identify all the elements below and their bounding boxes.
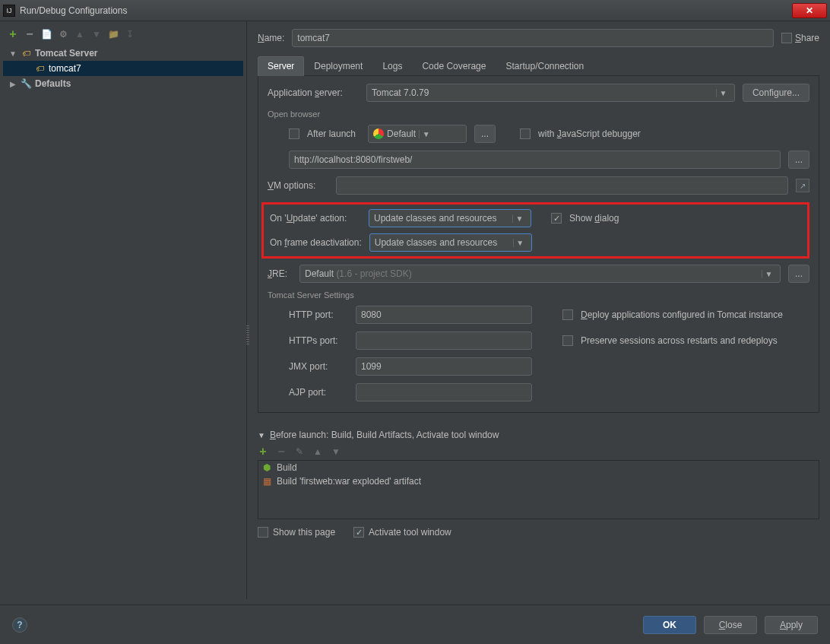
chevron-down-icon: ▼ [716, 89, 730, 97]
chevron-down-icon: ▼ [419, 130, 432, 138]
dropdown-value: Default (1.6 - project SDK) [305, 268, 759, 279]
window-title: Run/Debug Configurations [20, 5, 792, 16]
open-browser-group-label: Open browser [268, 109, 809, 119]
tab-bar: Server Deployment Logs Code Coverage Sta… [258, 56, 819, 76]
remove-config-icon[interactable]: − [24, 29, 35, 40]
tab-logs[interactable]: Logs [372, 56, 412, 76]
settings-icon[interactable]: ⚙ [58, 29, 68, 40]
tree-item-tomcat7[interactable]: 🏷 tomcat7 [3, 61, 243, 76]
config-tree-panel: + − 📄 ⚙ ▲ ▼ 📁 ↧ ▼ 🏷 Tomcat Server 🏷 tomc… [0, 21, 247, 599]
name-input[interactable] [292, 29, 774, 47]
move-task-down-icon[interactable]: ▼ [331, 446, 341, 457]
vm-options-label: VM options: [268, 180, 328, 191]
configure-button[interactable]: Configure... [743, 84, 809, 102]
https-port-input[interactable] [356, 332, 532, 350]
tab-server[interactable]: Server [258, 56, 304, 76]
http-port-label: HTTP port: [289, 309, 348, 320]
collapse-arrow-icon[interactable]: ▼ [258, 431, 265, 439]
help-button[interactable]: ? [12, 617, 27, 633]
panel-grip[interactable] [246, 325, 249, 345]
cancel-button[interactable]: Close [704, 616, 757, 634]
highlighted-region: On 'Update' action: Update classes and r… [261, 202, 809, 259]
tab-code-coverage[interactable]: Code Coverage [412, 56, 496, 76]
activate-tool-window-checkbox[interactable] [353, 527, 364, 538]
dropdown-value: Update classes and resources [375, 237, 510, 248]
expand-arrow-icon[interactable]: ▶ [9, 80, 17, 88]
app-icon: IJ [3, 5, 15, 17]
remove-task-icon[interactable]: − [276, 446, 287, 457]
name-label: Name: [258, 33, 284, 43]
browser-more-button[interactable]: ... [474, 125, 496, 143]
show-dialog-checkbox[interactable] [551, 213, 562, 224]
on-update-dropdown[interactable]: Update classes and resources ▼ [369, 209, 531, 227]
show-this-page-checkbox[interactable] [258, 527, 268, 538]
tomcat-settings-label: Tomcat Server Settings [268, 290, 809, 300]
server-tab-panel: Application server: Tomcat 7.0.79 ▼ Conf… [258, 76, 819, 413]
url-input[interactable] [289, 151, 781, 169]
preserve-sessions-checkbox[interactable] [562, 335, 573, 346]
jmx-port-input[interactable] [356, 357, 532, 376]
tree-toolbar: + − 📄 ⚙ ▲ ▼ 📁 ↧ [3, 26, 243, 46]
tree-label: Tomcat Server [35, 48, 97, 59]
app-server-dropdown[interactable]: Tomcat 7.0.79 ▼ [366, 84, 735, 102]
tree-group-tomcat[interactable]: ▼ 🏷 Tomcat Server [3, 46, 243, 61]
show-dialog-label: Show dialog [569, 213, 619, 224]
dialog-button-bar: ? OK Close Apply [0, 604, 830, 644]
before-launch-section: ▼ Before launch: Build, Build Artifacts,… [258, 430, 819, 538]
save-icon[interactable]: ↧ [125, 29, 135, 40]
jre-dropdown[interactable]: Default (1.6 - project SDK) ▼ [299, 265, 781, 283]
edit-task-icon[interactable]: ✎ [294, 446, 305, 457]
tomcat-icon: 🏷 [20, 48, 32, 59]
dropdown-value: Default [387, 128, 416, 139]
move-up-icon[interactable]: ▲ [74, 29, 85, 40]
tab-startup-connection[interactable]: Startup/Connection [496, 56, 594, 76]
titlebar: IJ Run/Debug Configurations ✕ [0, 0, 830, 21]
jmx-port-label: JMX port: [289, 361, 348, 372]
jre-more-button[interactable]: ... [788, 265, 809, 283]
before-launch-list[interactable]: ⬢ Build ▦ Build 'firstweb:war exploded' … [258, 460, 819, 519]
list-item[interactable]: ⬢ Build [258, 461, 819, 474]
http-port-input[interactable] [356, 306, 532, 324]
show-this-page-label: Show this page [273, 527, 335, 538]
on-update-label: On 'Update' action: [270, 213, 361, 224]
ok-button[interactable]: OK [643, 616, 696, 634]
js-debugger-label: with JavaScript debugger [538, 128, 641, 139]
add-config-icon[interactable]: + [8, 29, 18, 40]
chevron-down-icon: ▼ [762, 270, 775, 278]
on-frame-label: On frame deactivation: [270, 237, 362, 248]
deploy-configured-checkbox[interactable] [562, 309, 573, 320]
list-item[interactable]: ▦ Build 'firstweb:war exploded' artifact [258, 474, 819, 488]
url-more-button[interactable]: ... [788, 151, 809, 169]
move-task-up-icon[interactable]: ▲ [312, 446, 323, 457]
build-icon: ⬢ [261, 462, 272, 473]
chevron-down-icon: ▼ [513, 239, 527, 247]
dropdown-value: Tomcat 7.0.79 [372, 87, 713, 98]
ajp-port-label: AJP port: [289, 387, 348, 398]
vm-options-input[interactable] [336, 176, 788, 195]
config-tree[interactable]: ▼ 🏷 Tomcat Server 🏷 tomcat7 ▶ 🔧 Defaults [3, 46, 243, 599]
ajp-port-input[interactable] [356, 383, 532, 401]
share-label: Share [795, 33, 819, 43]
copy-config-icon[interactable]: 📄 [41, 29, 52, 40]
js-debugger-checkbox[interactable] [520, 128, 531, 139]
tab-deployment[interactable]: Deployment [304, 56, 372, 76]
after-launch-checkbox[interactable] [289, 128, 299, 139]
after-launch-label: After launch [307, 128, 356, 139]
tree-group-defaults[interactable]: ▶ 🔧 Defaults [3, 76, 243, 91]
add-task-icon[interactable]: + [258, 446, 268, 457]
deploy-configured-label: Deploy applications configured in Tomcat… [581, 309, 783, 320]
list-item-label: Build [277, 462, 297, 473]
preserve-sessions-label: Preserve sessions across restarts and re… [581, 335, 778, 346]
tree-label: tomcat7 [49, 63, 81, 74]
move-down-icon[interactable]: ▼ [91, 29, 102, 40]
share-checkbox[interactable] [781, 33, 792, 43]
expand-arrow-icon[interactable]: ▼ [9, 49, 17, 58]
on-frame-dropdown[interactable]: Update classes and resources ▼ [369, 233, 532, 252]
folder-icon[interactable]: 📁 [108, 29, 119, 40]
apply-button[interactable]: Apply [765, 616, 818, 634]
chrome-icon [373, 128, 384, 139]
tree-label: Defaults [35, 78, 71, 89]
close-window-button[interactable]: ✕ [792, 3, 827, 18]
expand-field-icon[interactable]: ↗ [796, 179, 809, 192]
browser-dropdown[interactable]: Default ▼ [368, 125, 467, 143]
